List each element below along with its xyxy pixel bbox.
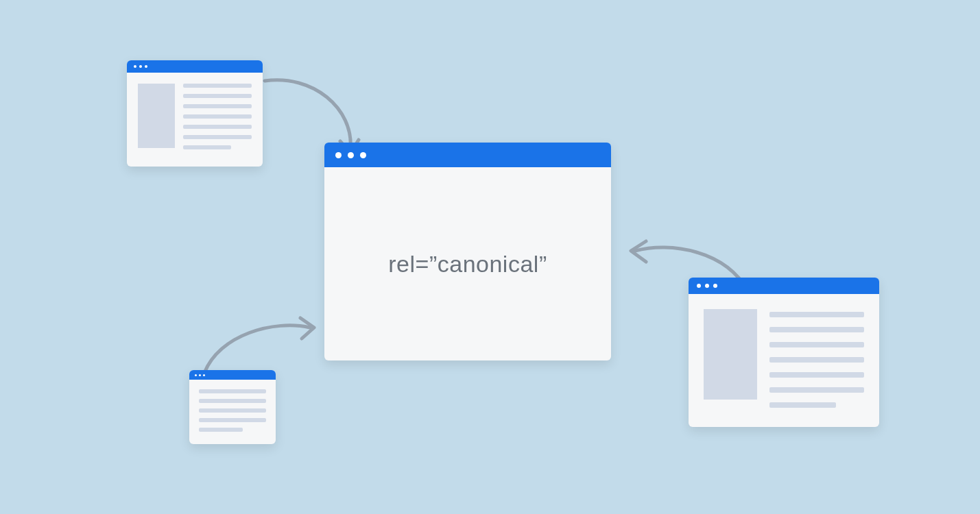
content-lines	[769, 309, 864, 408]
duplicate-window-bottomleft	[189, 370, 276, 444]
content-thumbnail	[704, 309, 757, 400]
canonical-window: rel=”canonical”	[324, 143, 611, 360]
duplicate-window-right	[689, 278, 879, 427]
window-titlebar	[689, 278, 879, 294]
window-titlebar	[127, 60, 263, 73]
window-controls-icon	[134, 65, 147, 68]
window-controls-icon	[335, 152, 366, 158]
content-lines	[183, 84, 252, 149]
canonical-label: rel=”canonical”	[324, 167, 611, 360]
window-titlebar	[189, 370, 276, 380]
window-controls-icon	[195, 374, 205, 376]
window-body	[127, 73, 263, 159]
window-body	[689, 294, 879, 420]
content-lines	[199, 389, 266, 432]
window-titlebar	[324, 143, 611, 167]
duplicate-window-topleft	[127, 60, 263, 167]
window-body	[189, 380, 276, 439]
window-controls-icon	[697, 284, 717, 288]
content-thumbnail	[138, 84, 175, 148]
